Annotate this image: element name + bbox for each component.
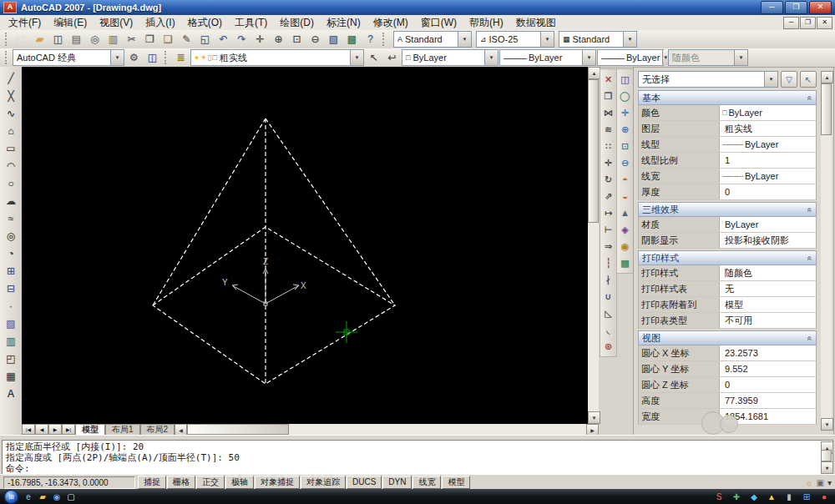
tab-scroll-button[interactable]: |◀: [22, 424, 35, 435]
property-value[interactable]: ———ByLayer: [720, 137, 816, 152]
collapse-chevron-icon[interactable]: [806, 207, 815, 212]
region-icon[interactable]: ◰: [2, 350, 20, 367]
make-block-icon[interactable]: ⊟: [2, 280, 20, 297]
dropdown-arrow-icon[interactable]: [540, 32, 554, 47]
menu-item[interactable]: 视图(V): [94, 14, 139, 32]
hide-icon[interactable]: ▲: [617, 204, 633, 221]
status-toggle-button[interactable]: DUCS: [347, 476, 382, 489]
save-workspace-icon[interactable]: ◫: [144, 49, 161, 67]
menu-item[interactable]: 帮助(H): [463, 14, 509, 32]
lineweight-combo[interactable]: ——— ByLayer: [597, 49, 664, 66]
construction-line-icon[interactable]: ╳: [2, 87, 20, 104]
point-icon[interactable]: ∙: [2, 297, 20, 315]
dim-style-combo[interactable]: ⊿ ISO-25: [476, 31, 554, 48]
erase-icon[interactable]: ✕: [600, 71, 616, 88]
property-value[interactable]: 0: [720, 184, 816, 199]
materials-icon[interactable]: ▩: [617, 255, 633, 271]
scrollbar-thumb[interactable]: [187, 424, 289, 435]
trim-icon[interactable]: ⊢: [600, 221, 616, 238]
close-button[interactable]: ✕: [809, 1, 832, 14]
zoom-window-icon[interactable]: ⊡: [617, 138, 633, 154]
tab-scroll-button[interactable]: ▶: [48, 424, 62, 435]
dropdown-arrow-icon[interactable]: [110, 50, 124, 65]
doc-close-button[interactable]: ✕: [817, 17, 832, 29]
plot-preview-icon[interactable]: ◎: [86, 31, 104, 48]
minimize-button[interactable]: ─: [761, 1, 783, 14]
qnew-icon[interactable]: ▢: [13, 31, 30, 48]
layout-tab[interactable]: 模型: [75, 424, 105, 435]
menu-item[interactable]: 修改(M): [367, 14, 414, 32]
ellipse-icon[interactable]: ◎: [2, 227, 20, 244]
cut-icon[interactable]: ✂: [123, 31, 140, 48]
status-toggle-button[interactable]: 对象追踪: [301, 476, 346, 489]
free-orbit-icon[interactable]: ◯: [617, 88, 633, 104]
help-icon[interactable]: ?: [362, 31, 379, 48]
dropdown-arrow-icon[interactable]: [582, 50, 595, 65]
named-views-icon[interactable]: ◫: [617, 71, 633, 88]
volume-icon[interactable]: ●: [817, 491, 831, 502]
match-properties-icon[interactable]: ✎: [178, 31, 195, 48]
scale-icon[interactable]: ⇗: [600, 188, 616, 204]
antivirus-icon[interactable]: ✚: [730, 491, 743, 502]
tab-scroll-button[interactable]: ◀: [35, 424, 48, 435]
scrollbar-thumb[interactable]: [821, 450, 832, 461]
layer-previous-icon[interactable]: ↩: [383, 49, 401, 67]
dropdown-arrow-icon[interactable]: [623, 32, 636, 47]
join-icon[interactable]: ∪: [600, 288, 616, 305]
workspace-combo[interactable]: AutoCAD 经典: [13, 49, 124, 66]
coordinate-readout[interactable]: -16.7985, -16.3473, 0.0000: [3, 476, 135, 489]
folder-icon[interactable]: ▰: [36, 491, 49, 502]
draw-order-front-icon[interactable]: ◓: [617, 171, 633, 188]
text-style-combo[interactable]: A Standard: [393, 31, 472, 48]
mirror-icon[interactable]: ⋈: [600, 104, 616, 121]
zoom-previous-icon[interactable]: ⊖: [617, 154, 633, 171]
maximize-button[interactable]: ❐: [785, 1, 807, 14]
pan-realtime-icon[interactable]: ✛: [617, 104, 633, 121]
properties-scrollbar[interactable]: [821, 71, 832, 431]
menu-item[interactable]: 编辑(E): [48, 14, 93, 32]
dropdown-arrow-icon[interactable]: [458, 32, 471, 47]
property-value[interactable]: 77.3959: [720, 393, 816, 408]
move-icon[interactable]: ✛: [600, 154, 616, 171]
document-icon[interactable]: ▢: [64, 491, 78, 502]
zoom-realtime-icon[interactable]: ⊕: [270, 31, 287, 48]
circle-icon[interactable]: ○: [2, 174, 20, 192]
security-center-icon[interactable]: ⊞: [800, 491, 813, 502]
make-object-layer-current-icon[interactable]: ↖: [365, 49, 382, 67]
workspace-settings-icon[interactable]: ⚙: [125, 49, 143, 67]
menu-item[interactable]: 工具(T): [229, 14, 273, 32]
communication-center-icon[interactable]: ☼: [805, 478, 812, 487]
offset-icon[interactable]: ≋: [600, 121, 616, 138]
break-icon[interactable]: ∤: [600, 271, 616, 288]
zoom-previous-icon[interactable]: ⊖: [306, 31, 324, 48]
copy-icon[interactable]: ❐: [141, 31, 159, 48]
designcenter-icon[interactable]: ▩: [343, 31, 361, 48]
property-value[interactable]: 投影和接收阴影: [720, 233, 816, 248]
dropdown-arrow-icon[interactable]: [484, 50, 498, 65]
menu-item[interactable]: 格式(O): [182, 14, 228, 32]
tab-scroll-button[interactable]: ▶|: [62, 424, 75, 435]
drawing-canvas[interactable]: X Y Z: [22, 67, 588, 424]
rectangle-icon[interactable]: ▭: [2, 139, 20, 157]
break-at-point-icon[interactable]: ┆: [600, 255, 616, 271]
menu-item[interactable]: 标注(N): [321, 14, 367, 32]
menu-item[interactable]: 窗口(W): [415, 14, 463, 32]
quick-select-icon[interactable]: ▽: [781, 71, 797, 88]
chamfer-icon[interactable]: ◺: [600, 305, 616, 321]
spline-icon[interactable]: ≈: [2, 209, 20, 227]
command-window[interactable]: 指定底面半径或 [内接(I)]: 20指定高度或 [两点(2P)/轴端点(A)/…: [2, 440, 833, 476]
scrollbar-thumb[interactable]: [588, 79, 599, 223]
multiline-text-icon[interactable]: A: [2, 385, 20, 402]
menu-item[interactable]: 绘图(D): [274, 14, 320, 32]
messenger-icon[interactable]: ◆: [747, 491, 761, 502]
property-value[interactable]: ByLayer: [720, 217, 816, 232]
extend-icon[interactable]: ⇒: [600, 238, 616, 255]
property-value[interactable]: 9.552: [720, 361, 816, 376]
property-value[interactable]: ———ByLayer: [720, 169, 816, 184]
polygon-icon[interactable]: ⌂: [2, 122, 20, 139]
gradient-icon[interactable]: ▥: [2, 332, 20, 350]
status-toggle-button[interactable]: DYN: [382, 476, 412, 489]
insert-block-icon[interactable]: ⊞: [2, 262, 20, 280]
property-value[interactable]: 1: [720, 153, 816, 168]
save-icon[interactable]: ◫: [49, 31, 67, 48]
